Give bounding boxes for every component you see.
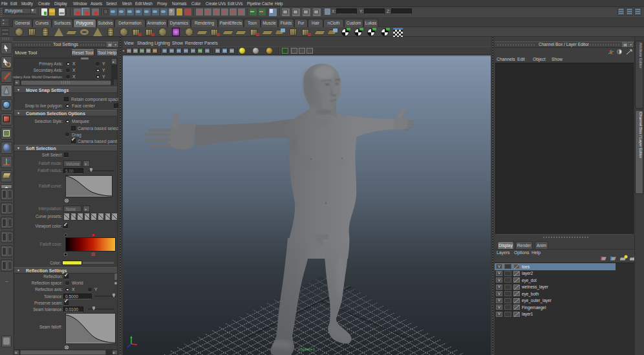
svg-text:pSphere1: pSphere1 [298,347,316,351]
